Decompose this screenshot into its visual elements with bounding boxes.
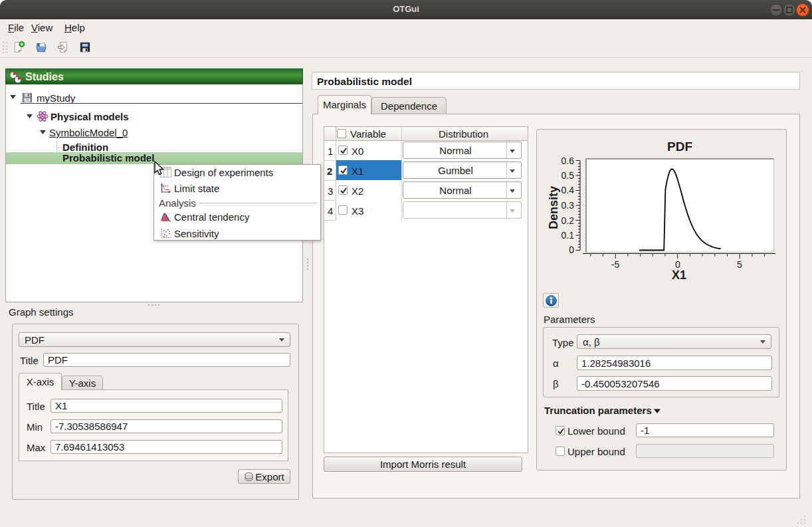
svg-text:Ω=0: Ω=0 [163, 184, 169, 187]
